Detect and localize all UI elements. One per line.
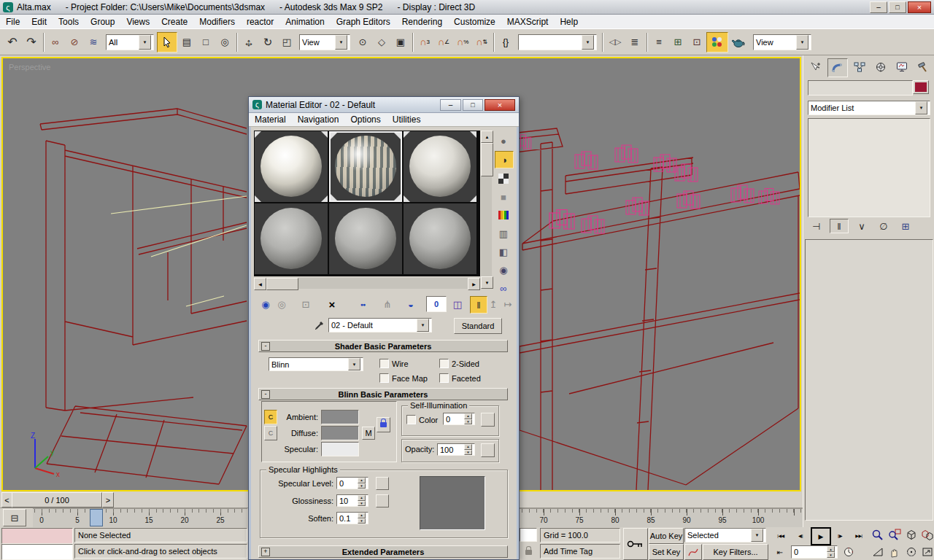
menu-modifiers[interactable]: Modifiers <box>193 15 241 28</box>
me-close-button[interactable]: × <box>485 99 515 111</box>
go-forward-to-sibling-icon[interactable]: ↦ <box>501 296 515 312</box>
menu-rendering[interactable]: Rendering <box>396 15 448 28</box>
soften-field[interactable]: 0.1▲▼ <box>336 512 368 524</box>
selection-filter-dropdown[interactable]: All▼ <box>106 34 154 50</box>
viewport-layout-dropdown[interactable]: View▼ <box>753 34 811 50</box>
go-to-parent-icon[interactable]: ↥ <box>486 296 501 312</box>
select-and-manipulate-icon[interactable]: ◇ <box>372 33 391 52</box>
key-filters-button[interactable]: Key Filters... <box>703 544 768 560</box>
scroll-up-icon[interactable]: ▲ <box>481 131 493 143</box>
arc-rotate-button[interactable] <box>903 545 919 559</box>
material-type-button[interactable]: Standard <box>454 318 502 334</box>
material-id-channel-icon[interactable]: 0 <box>426 296 447 312</box>
select-and-rotate-icon[interactable]: ↻ <box>258 33 277 52</box>
put-material-to-scene-icon[interactable]: ◎ <box>274 296 290 312</box>
dropdown-arrow-icon[interactable]: ▼ <box>915 101 927 114</box>
keyboard-shortcut-override-icon[interactable]: ▣ <box>391 33 410 52</box>
bind-to-space-warp-icon[interactable]: ≋ <box>84 33 103 52</box>
edit-named-selection-sets-icon[interactable]: {} <box>496 33 515 52</box>
material-editor-button[interactable] <box>706 32 728 52</box>
object-color-swatch[interactable] <box>913 80 929 94</box>
time-slider-prev-button[interactable]: < <box>1 492 12 508</box>
object-name-field[interactable] <box>808 80 913 96</box>
show-end-result-icon[interactable]: ‖ <box>830 219 849 233</box>
maximize-button[interactable]: □ <box>889 1 906 13</box>
material-name-dropdown[interactable]: 02 - Default▼ <box>328 318 432 332</box>
scroll-left-icon[interactable]: ◀ <box>254 278 266 290</box>
reset-map-icon[interactable]: × <box>324 296 340 312</box>
menu-edit[interactable]: Edit <box>26 15 53 28</box>
render-setup-button[interactable] <box>728 33 749 52</box>
tab-create[interactable] <box>806 58 825 76</box>
reference-coordinate-dropdown[interactable]: View▼ <box>299 34 350 50</box>
self-illum-value-field[interactable]: 0▲▼ <box>443 413 475 425</box>
field-of-view-button[interactable] <box>870 545 885 559</box>
select-by-name-icon[interactable]: ▤ <box>177 33 196 52</box>
dropdown-arrow-icon[interactable]: ▼ <box>139 35 151 50</box>
rectangular-selection-region-icon[interactable]: □ <box>196 33 215 52</box>
glossiness-field[interactable]: 10▲▼ <box>336 494 368 507</box>
material-map-navigator-icon[interactable]: ∞ <box>495 280 512 296</box>
remove-modifier-icon[interactable]: ∅ <box>875 219 892 233</box>
menu-file[interactable]: File <box>0 15 26 28</box>
dropdown-arrow-icon[interactable]: ▼ <box>348 358 360 370</box>
show-map-in-viewport-icon[interactable]: ◫ <box>449 296 466 312</box>
material-slot-3[interactable] <box>404 131 476 202</box>
select-and-link-icon[interactable]: ∞ <box>46 33 65 52</box>
diffuse-map-button[interactable]: M <box>362 427 375 440</box>
track-bar-frame-marker[interactable] <box>90 509 103 526</box>
scroll-right-icon[interactable]: ▶ <box>468 278 480 290</box>
select-and-move-icon[interactable]: ↔↕ <box>239 33 258 52</box>
face-map-checkbox[interactable] <box>379 373 389 383</box>
wire-checkbox[interactable] <box>379 359 389 368</box>
coordinate-field-partial[interactable] <box>520 528 537 542</box>
play-button[interactable]: ▶ <box>811 527 831 545</box>
opacity-map-button[interactable] <box>481 443 495 457</box>
make-material-copy-icon[interactable]: ●● <box>355 296 371 312</box>
selection-lock-toggle[interactable] <box>520 545 537 559</box>
maximize-viewport-toggle[interactable] <box>920 545 934 559</box>
dropdown-arrow-icon[interactable]: ▼ <box>335 35 347 50</box>
faceted-checkbox[interactable] <box>439 373 449 383</box>
snaps-toggle-icon[interactable]: ∩3 <box>415 33 434 52</box>
menu-maxscript[interactable]: MAXScript <box>501 15 555 28</box>
spinner-snap-icon[interactable]: ∩⇅ <box>472 33 491 52</box>
use-center-icon[interactable]: ⊙ <box>353 33 372 52</box>
background-icon[interactable] <box>495 171 512 187</box>
specular-level-map-button[interactable] <box>376 477 389 490</box>
material-editor-options-icon[interactable]: ◧ <box>495 244 512 260</box>
rollout-scroll-area[interactable] <box>805 239 933 521</box>
maxscript-mini-listener-white[interactable] <box>1 544 73 560</box>
slot-vertical-scrollbar[interactable]: ▲ ▼ <box>481 131 492 289</box>
tab-utilities[interactable] <box>914 58 933 76</box>
undo-icon[interactable]: ↶ <box>3 33 22 52</box>
menu-customize[interactable]: Customize <box>448 15 501 28</box>
me-menu-utilities[interactable]: Utilities <box>387 113 427 126</box>
shader-rollout-header[interactable]: -Shader Basic Parameters <box>258 340 508 352</box>
modifier-list-dropdown[interactable]: Modifier List▼ <box>808 101 930 115</box>
tab-modify[interactable] <box>827 58 848 77</box>
set-key-button[interactable]: Set Key <box>649 544 684 560</box>
dropdown-arrow-icon[interactable]: ▼ <box>796 35 808 50</box>
set-keys-button[interactable] <box>623 528 648 560</box>
lock-highlight-button[interactable] <box>377 417 390 432</box>
dropdown-arrow-icon[interactable]: ▼ <box>751 529 763 542</box>
me-minimize-button[interactable]: – <box>440 99 461 111</box>
material-slot-2-selected[interactable] <box>329 131 402 202</box>
make-unique-icon[interactable]: ∨ <box>853 219 871 233</box>
pin-stack-icon[interactable]: ⊣ <box>808 219 825 233</box>
me-maximize-button[interactable]: □ <box>463 99 483 111</box>
make-unique-icon[interactable]: ⋔ <box>379 296 395 312</box>
scrollbar-thumb[interactable] <box>481 143 493 176</box>
sample-uv-tiling-icon[interactable]: ■ <box>495 189 512 205</box>
menu-views[interactable]: Views <box>120 15 155 28</box>
backlight-icon[interactable]: ◑ <box>495 151 514 168</box>
select-object-button[interactable] <box>157 32 177 52</box>
extended-rollout-header[interactable]: +Extended Parameters <box>258 545 508 558</box>
maxscript-mini-listener-pink[interactable] <box>1 528 73 544</box>
track-bar-ruler-left[interactable]: 0 5 10 15 20 25 <box>33 508 247 527</box>
material-editor-title-bar[interactable]: ς Material Editor - 02 - Default – □ × <box>249 97 519 113</box>
key-mode-toggle[interactable]: ⇤ <box>772 545 788 559</box>
menu-help[interactable]: Help <box>554 15 584 28</box>
align-icon[interactable]: ≣ <box>625 33 644 52</box>
